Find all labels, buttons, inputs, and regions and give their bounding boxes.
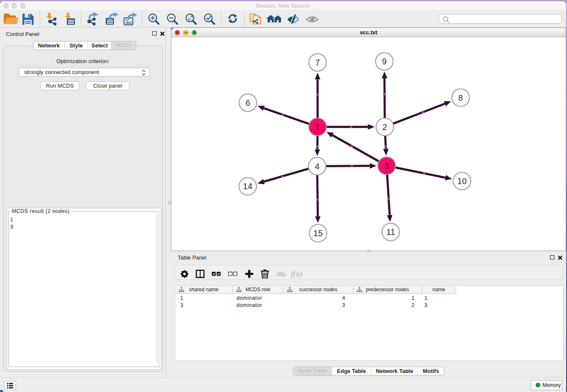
svg-text:11: 11 <box>386 227 395 237</box>
svg-text:15: 15 <box>314 229 323 238</box>
svg-text:3: 3 <box>384 161 389 171</box>
svg-text:f(x): f(x) <box>291 269 302 279</box>
svg-text:4: 4 <box>315 162 319 171</box>
svg-text:6: 6 <box>245 98 250 108</box>
svg-text:9: 9 <box>382 57 387 66</box>
svg-text:14: 14 <box>243 182 252 191</box>
svg-text:8: 8 <box>458 93 463 102</box>
svg-text:10: 10 <box>457 177 467 186</box>
svg-text:7: 7 <box>315 58 320 67</box>
svg-text:2: 2 <box>383 122 387 132</box>
svg-text:1: 1 <box>315 122 320 132</box>
